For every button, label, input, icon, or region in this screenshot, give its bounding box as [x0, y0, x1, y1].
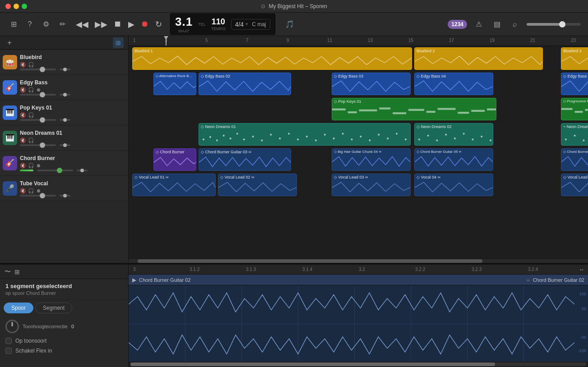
- pan-knob-bluebird[interactable]: [60, 69, 70, 70]
- clip-bluebird-2[interactable]: Bluebird 2: [414, 47, 543, 70]
- clip-edgy-bass-04[interactable]: ◇ Edgy Bass 04: [414, 73, 493, 95]
- clip-bluebird-1[interactable]: Bluebird 1: [132, 47, 412, 70]
- tuner-button[interactable]: 🎵: [283, 18, 296, 31]
- playhead[interactable]: [166, 36, 167, 46]
- mute-button-tube-vocal[interactable]: 🔇: [20, 188, 26, 194]
- detail-expand-button[interactable]: ↔: [579, 266, 584, 273]
- time-sig-box[interactable]: 4/4 ▾ C maj: [231, 19, 270, 30]
- mute-button-bluebird[interactable]: 🔇: [20, 62, 26, 68]
- clip-edgy-bass-01[interactable]: ◇ Alternative Rock Bass 01: [153, 73, 196, 95]
- tab-segment[interactable]: Segment: [35, 303, 72, 313]
- clip-vocal-lead-05[interactable]: ◇ Vocal Lead 05 ∞: [561, 174, 588, 196]
- clip-vocal-lead-01[interactable]: ◇ Vocal Lead 01 ∞: [132, 174, 216, 196]
- to-start-button[interactable]: ⏹: [114, 19, 122, 29]
- clip-edgy-bass-051[interactable]: ◇ Edgy Bass 05.1: [561, 73, 588, 95]
- maximize-button[interactable]: [22, 4, 27, 9]
- clip-edgy-bass-02[interactable]: ◇ Edgy Bass 02: [199, 73, 291, 95]
- detail-scrollbar-thumb[interactable]: [130, 362, 495, 366]
- track-fader-edgy-bass[interactable]: [20, 94, 56, 96]
- mute-button-chord-burner[interactable]: 🔇: [20, 163, 26, 169]
- headphone-button-chord-burner[interactable]: 🎧: [28, 163, 34, 169]
- arrangement-scrollbar[interactable]: [129, 259, 588, 263]
- headphone-button-edgy-bass[interactable]: 🎧: [28, 87, 34, 93]
- headphone-button-bluebird[interactable]: 🎧: [28, 62, 34, 68]
- fader-knob-tube-vocal[interactable]: [40, 193, 45, 198]
- pitch-correction-knob[interactable]: [5, 320, 19, 333]
- pan-knob-pop-keys[interactable]: [60, 119, 70, 121]
- pencil-button[interactable]: ✏: [56, 18, 69, 31]
- clip-progressive-pop-keys[interactable]: ◇ Progressive Pop Keys 02: [561, 98, 588, 120]
- search-button[interactable]: ⌕: [509, 18, 521, 31]
- clip-bluebird-3[interactable]: Bluebird 3: [561, 47, 588, 70]
- record-button[interactable]: ⏺: [141, 19, 149, 29]
- clip-neon-dreams-03[interactable]: ~ Neon Dreams 03: [561, 123, 588, 146]
- smart-controls-button[interactable]: ⊞: [113, 37, 124, 48]
- tab-spoor[interactable]: Spoor: [4, 303, 33, 313]
- clip-pop-keys-01[interactable]: ◇ Pop Keys 01: [332, 98, 496, 120]
- fader-knob-chord-burner[interactable]: [57, 168, 62, 173]
- sc-settings-icon[interactable]: ⊞: [14, 268, 20, 275]
- clip-edgy-bass-03[interactable]: ◇ Edgy Bass 03: [332, 73, 411, 95]
- headphone-button-neon-dreams[interactable]: 🎧: [28, 138, 34, 143]
- library-button[interactable]: ⊞: [7, 18, 20, 31]
- track-item-edgy-bass[interactable]: 🎸 Edgy Bass 🔇 🎧 ⏺: [0, 75, 128, 100]
- scrollbar-thumb[interactable]: [138, 259, 482, 263]
- volume-knob[interactable]: [559, 21, 565, 28]
- add-track-button[interactable]: +: [5, 38, 14, 48]
- clip-neon-dreams-02[interactable]: ◇ Neon Dreams 02: [414, 123, 493, 146]
- track-fader-bluebird[interactable]: [20, 69, 56, 70]
- minimize-button[interactable]: [14, 4, 19, 9]
- track-fader-neon-dreams[interactable]: [20, 144, 56, 146]
- rewind-button[interactable]: ◀◀: [76, 19, 88, 29]
- master-volume[interactable]: [527, 23, 581, 26]
- clip-vocal-04[interactable]: ◇ Vocal 04 ∞: [414, 174, 493, 196]
- detail-scrollbar[interactable]: [130, 362, 586, 366]
- track-item-bluebird[interactable]: 🥁 Bluebird 🔇 🎧: [0, 50, 128, 75]
- user-badge[interactable]: 1234: [448, 20, 467, 29]
- pan-knob-tube-vocal[interactable]: [60, 195, 70, 197]
- headphone-button-tube-vocal[interactable]: 🎧: [28, 188, 34, 194]
- track-item-pop-keys[interactable]: 🎹 Pop Keys 01 🔇 🎧: [0, 100, 128, 125]
- track-fader-chord-burner[interactable]: [37, 170, 73, 171]
- track-item-neon-dreams[interactable]: 🎹 Neon Dreams 01 🔇 🎧: [0, 125, 128, 151]
- warning-button[interactable]: ⚠: [472, 18, 485, 31]
- settings-button[interactable]: ⚙: [40, 18, 52, 31]
- mute-button-neon-dreams[interactable]: 🔇: [20, 138, 26, 143]
- clip-chord-burner[interactable]: ◇ Chord Burner: [153, 148, 196, 171]
- clip-vocal-lead-02[interactable]: ◇ Vocal Lead 02 ∞: [218, 174, 297, 196]
- fader-knob-edgy-bass[interactable]: [40, 92, 45, 97]
- close-button[interactable]: [5, 4, 11, 9]
- fader-knob-pop-keys[interactable]: [40, 117, 45, 123]
- mute-button-pop-keys[interactable]: 🔇: [20, 112, 26, 118]
- track-item-tube-vocal[interactable]: 🎤 Tube Vocal 🔇 🎧 ⏺: [0, 176, 128, 201]
- record-button-edgy-bass[interactable]: ⏺: [36, 87, 41, 92]
- display-button[interactable]: ▤: [491, 18, 503, 31]
- fader-knob-bluebird[interactable]: [40, 67, 45, 72]
- headphone-button-pop-keys[interactable]: 🎧: [28, 112, 34, 118]
- pan-knob-neon-dreams[interactable]: [60, 144, 70, 146]
- track-fader-pop-keys[interactable]: [20, 119, 56, 121]
- clip-chord-burner-guitar-05[interactable]: ◇ Chord Burner Guitar 05 ∞: [414, 148, 493, 171]
- record-enable-chord-burner[interactable]: ⏺: [36, 163, 41, 168]
- clip-label-edgy-bass-02: ◇ Edgy Bass 02: [199, 73, 291, 79]
- help-button[interactable]: ?: [23, 18, 36, 31]
- play-button[interactable]: ▶: [128, 19, 134, 29]
- pan-knob-edgy-bass[interactable]: [60, 94, 70, 96]
- clip-vocal-lead-03[interactable]: ◇ Vocal Lead 03 ∞: [332, 174, 411, 196]
- track-fader-tube-vocal[interactable]: [20, 195, 56, 197]
- fader-knob-neon-dreams[interactable]: [40, 142, 45, 148]
- fast-forward-button[interactable]: ▶▶: [95, 19, 107, 29]
- flex-check[interactable]: [5, 348, 12, 354]
- clip-big-hair-guitar[interactable]: ◇ Big Hair Guitar Chunk 04 ∞: [332, 148, 411, 171]
- mute-button-edgy-bass[interactable]: 🔇: [20, 87, 26, 93]
- cycle-button[interactable]: ↻: [155, 19, 162, 29]
- clip-label-vocal-04: ◇ Vocal 04 ∞: [415, 174, 493, 180]
- clip-chord-burner-guitar-03[interactable]: ◇ Chord Burner Guitar 03 ∞: [199, 148, 291, 171]
- pan-knob-chord-burner[interactable]: [77, 170, 88, 171]
- clip-neon-dreams-01[interactable]: ◇ Neon Dreams 01: [199, 123, 411, 146]
- track-item-chord-burner[interactable]: 🎸 Chord Burner 🔇 🎧 ⏺: [0, 151, 128, 176]
- record-enable-tube-vocal[interactable]: ⏺: [36, 188, 41, 193]
- clip-chord-burner-guitar-06[interactable]: ◇ Chord Burner Guitar 06 ∞: [561, 148, 588, 171]
- on-key-check[interactable]: [5, 338, 12, 344]
- detail-play-button[interactable]: ▶: [132, 277, 136, 283]
